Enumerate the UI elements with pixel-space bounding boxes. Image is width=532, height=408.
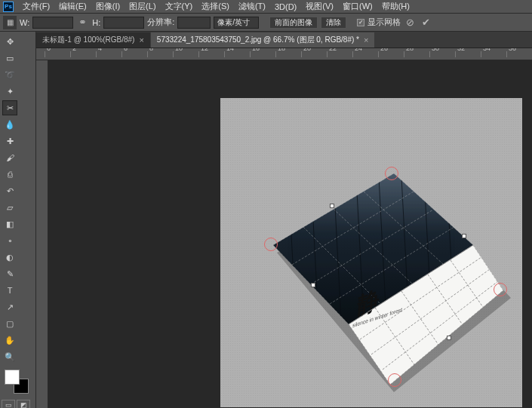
pen-tool[interactable]: ✎ [2,266,17,281]
ruler-horizontal: 0 2 4 6 8 10 12 14 16 18 20 22 24 26 28 … [36,48,532,60]
show-grid-checkbox[interactable]: ✓ 显示网格 [357,17,401,28]
book-mockup[interactable]: 静 silence in winter forest [251,162,507,373]
transform-handle[interactable] [462,234,466,238]
height-label: H: [92,18,100,27]
ruler-vertical [36,60,48,408]
clear-button[interactable]: 清除 [321,17,346,29]
tab-document-1[interactable]: 未标题-1 @ 100%(RGB/8#) × [36,32,150,48]
confirm-icon[interactable]: ✔ [420,17,432,28]
transform-handle[interactable] [385,167,398,180]
transform-handle[interactable] [264,238,278,251]
blur-tool[interactable]: ∘ [2,233,17,248]
menu-filter[interactable]: 滤镜(T) [234,0,270,14]
resolution-input[interactable] [177,17,211,29]
toolbox: ✥ ▭ ➰ ✦ ✂ 💧 ✚ 🖌 ⎙ ↶ ▱ ◧ ∘ ◐ ✎ T ↗ ▢ ✋ 🔍 … [0,32,36,408]
transform-handle[interactable] [388,373,401,387]
menu-select[interactable]: 选择(S) [197,0,234,14]
gradient-tool[interactable]: ◧ [2,216,17,232]
zoom-tool[interactable]: 🔍 [2,349,17,364]
close-icon[interactable]: × [139,35,143,44]
eraser-tool[interactable]: ▱ [2,200,17,215]
transform-handle[interactable] [447,336,451,340]
transform-handle[interactable] [494,283,507,296]
menu-image[interactable]: 图像(I) [91,0,125,14]
menu-type[interactable]: 文字(Y) [161,0,198,14]
move-tool[interactable]: ✥ [2,34,17,49]
stamp-tool[interactable]: ⎙ [2,167,17,182]
tab-label: 未标题-1 @ 100%(RGB/8#) [42,35,134,45]
document-background: 静 silence in winter forest [220,98,522,407]
resolution-unit[interactable]: 像素/英寸 [214,17,259,29]
menu-help[interactable]: 帮助(H) [377,0,414,14]
width-input[interactable] [32,17,73,29]
brush-tool[interactable]: 🖌 [2,150,17,165]
quickmask-row: ▭ ◩ [2,400,34,408]
document-tabs: 未标题-1 @ 100%(RGB/8#) × 5733224_175803543… [0,32,532,48]
tool-preset-icon[interactable]: ▦ [3,16,17,29]
tab-label: 5733224_175803543750_2.jpg @ 66.7% (图层 0… [157,35,359,45]
wand-tool[interactable]: ✦ [2,84,17,99]
link-wh-icon[interactable]: ⚭ [76,17,89,28]
history-brush-tool[interactable]: ↶ [2,183,17,198]
front-image-button[interactable]: 前面的图像 [269,17,318,29]
menu-layer[interactable]: 图层(L) [125,0,160,14]
close-icon[interactable]: × [364,35,368,44]
app-logo: Ps [3,2,14,12]
artboard-tool[interactable]: ▭ [2,51,17,66]
width-label: W: [20,18,29,27]
tab-document-2[interactable]: 5733224_175803543750_2.jpg @ 66.7% (图层 0… [151,32,375,48]
lasso-tool[interactable]: ➰ [2,67,17,82]
path-tool[interactable]: ↗ [2,299,17,314]
heal-tool[interactable]: ✚ [2,133,17,149]
transform-handle[interactable] [330,204,334,208]
foreground-swatch[interactable] [5,370,20,385]
crop-tool[interactable]: ✂ [2,100,17,115]
menu-file[interactable]: 文件(F) [18,0,54,14]
cancel-icon[interactable]: ⊘ [404,17,417,28]
options-bar: ▦ W: ⚭ H: 分辨率: 像素/英寸 前面的图像 清除 ✓ 显示网格 ⊘ ✔ [0,14,532,32]
shape-tool[interactable]: ▢ [2,316,17,331]
menu-window[interactable]: 窗口(W) [338,0,377,14]
color-swatches[interactable] [2,368,34,398]
show-grid-label: 显示网格 [367,17,401,28]
eyedropper-tool[interactable]: 💧 [2,117,17,132]
menu-edit[interactable]: 编辑(E) [54,0,91,14]
resolution-label: 分辨率: [147,17,174,28]
transform-handle[interactable] [311,283,315,287]
canvas-area[interactable]: 静 silence in winter forest [48,60,532,408]
menu-3d[interactable]: 3D(D) [270,1,301,13]
height-input[interactable] [103,17,144,29]
menu-bar: Ps 文件(F) 编辑(E) 图像(I) 图层(L) 文字(Y) 选择(S) 滤… [0,0,532,14]
hand-tool[interactable]: ✋ [2,333,17,348]
dodge-tool[interactable]: ◐ [2,250,17,265]
menu-view[interactable]: 视图(V) [301,0,338,14]
type-tool[interactable]: T [2,283,17,298]
standard-mode-icon[interactable]: ▭ [2,400,15,408]
quickmask-icon[interactable]: ◩ [17,400,30,408]
